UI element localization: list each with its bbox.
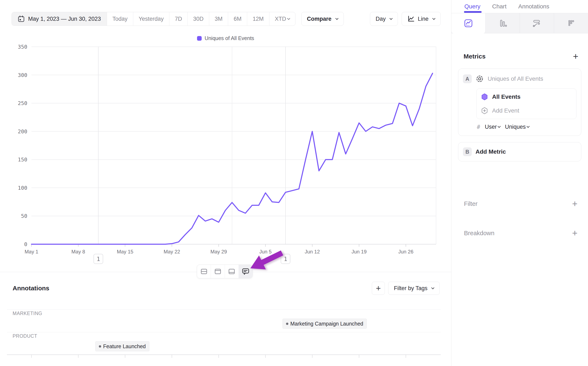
annotation-dot-icon xyxy=(99,345,101,348)
lane-divider xyxy=(7,309,441,310)
preset-3m[interactable]: 3M xyxy=(209,12,228,26)
svg-text:May 29: May 29 xyxy=(211,249,227,254)
event-card: All Events Add Event xyxy=(476,88,576,119)
chevron-down-icon xyxy=(432,16,436,20)
aggregation-row: # User Uniques xyxy=(477,124,576,130)
date-range-picker[interactable]: May 1, 2023 — Jun 30, 2023 xyxy=(12,12,107,26)
svg-text:200: 200 xyxy=(18,129,27,135)
view-tab-retention[interactable] xyxy=(554,13,588,33)
tab-chart[interactable]: Chart xyxy=(492,3,506,10)
filter-by-tags-dropdown[interactable]: Filter by Tags xyxy=(388,282,440,295)
report-main: 050100150200250300350May 1May 8May 15May… xyxy=(0,0,451,366)
svg-text:300: 300 xyxy=(18,72,27,78)
bar-chart-icon xyxy=(498,18,507,28)
annotations-actions: + Filter by Tags xyxy=(372,282,440,295)
metrics-header: Metrics + xyxy=(458,52,581,61)
date-range-group: May 1, 2023 — Jun 30, 2023 Today Yesterd… xyxy=(12,12,296,26)
metric-letter-badge: A xyxy=(463,74,472,83)
tab-query[interactable]: Query xyxy=(464,3,480,10)
svg-text:1: 1 xyxy=(96,256,100,262)
annotation-badge-label: Feature Launched xyxy=(103,343,146,350)
svg-text:50: 50 xyxy=(21,213,27,219)
lane-label-marketing: MARKETING xyxy=(13,311,42,316)
event-label: All Events xyxy=(492,93,520,100)
preset-today[interactable]: Today xyxy=(107,12,133,26)
add-event-label: Add Event xyxy=(492,107,519,114)
svg-text:100: 100 xyxy=(18,185,27,191)
agg-entity-label: User xyxy=(485,124,497,130)
preset-6m[interactable]: 6M xyxy=(228,12,247,26)
breakdown-label: Breakdown xyxy=(464,230,494,237)
sidebar-tabs: Query Chart Annotations xyxy=(451,0,588,13)
metric-settings-icon[interactable] xyxy=(476,75,484,83)
svg-text:150: 150 xyxy=(18,157,27,163)
agg-method-dropdown[interactable]: Uniques xyxy=(505,124,529,130)
layout-top-panel-button[interactable] xyxy=(211,265,225,278)
layout-bottom-panel-button[interactable] xyxy=(225,265,239,278)
layout-split-horizontal-icon xyxy=(200,267,208,276)
add-breakdown-plus-icon[interactable]: + xyxy=(572,229,578,238)
view-tab-bars[interactable] xyxy=(486,13,520,33)
svg-text:May 1: May 1 xyxy=(24,249,38,254)
granularity-dropdown[interactable]: Day xyxy=(370,12,398,26)
annotation-badge-product[interactable]: Feature Launched xyxy=(95,341,149,351)
svg-text:350: 350 xyxy=(18,44,27,50)
comment-icon xyxy=(241,267,250,276)
preset-yesterday[interactable]: Yesterday xyxy=(133,12,169,26)
svg-text:Jun 26: Jun 26 xyxy=(398,249,413,254)
chart-type-label: Line xyxy=(418,16,429,22)
add-metric-label: Add Metric xyxy=(476,148,506,155)
preset-xtd-dropdown[interactable]: XTD xyxy=(269,12,295,26)
preset-7d[interactable]: 7D xyxy=(169,12,188,26)
view-tab-flows[interactable] xyxy=(520,13,554,33)
chart-toolbar: May 1, 2023 — Jun 30, 2023 Today Yesterd… xyxy=(12,12,441,26)
chevron-down-icon xyxy=(390,16,393,20)
svg-text:Jun 12: Jun 12 xyxy=(305,249,320,254)
plus-icon: + xyxy=(376,284,381,292)
svg-text:May 22: May 22 xyxy=(164,249,180,254)
add-metric-plus-icon[interactable]: + xyxy=(573,52,578,61)
tab-annotations[interactable]: Annotations xyxy=(518,3,549,10)
line-chart-icon xyxy=(407,15,415,23)
layout-bottom-panel-icon xyxy=(227,267,236,276)
chart-type-dropdown[interactable]: Line xyxy=(402,12,441,26)
legend-label: Uniques of All Events xyxy=(205,35,254,41)
agg-entity-dropdown[interactable]: User xyxy=(485,124,500,130)
annotations-section: Annotations + Filter by Tags MARKETING M… xyxy=(0,272,451,366)
annotation-badge-marketing[interactable]: Marketing Campaign Launched xyxy=(282,319,367,329)
preset-30d[interactable]: 30D xyxy=(187,12,209,26)
compare-button[interactable]: Compare xyxy=(301,12,344,26)
metric-a-row: A Uniques of All Events xyxy=(463,73,576,85)
layout-toolbar xyxy=(197,265,253,278)
chart-legend[interactable]: Uniques of All Events xyxy=(0,35,451,41)
metric-card-b-add[interactable]: B Add Metric xyxy=(458,142,581,161)
add-filter-plus-icon[interactable]: + xyxy=(572,199,578,208)
hash-icon: # xyxy=(477,124,480,130)
metrics-title: Metrics xyxy=(463,53,486,60)
metric-name: Uniques of All Events xyxy=(488,76,543,82)
breakdown-row: Breakdown + xyxy=(458,229,581,238)
add-annotation-button[interactable]: + xyxy=(372,282,385,295)
annotations-timeline-axis xyxy=(0,354,451,359)
add-event-hexagon-icon xyxy=(481,107,488,114)
annotations-header: Annotations + Filter by Tags xyxy=(13,282,440,295)
view-tab-insights[interactable] xyxy=(451,13,486,33)
chart-display-controls: Day Line xyxy=(370,12,441,26)
layout-split-horizontal-button[interactable] xyxy=(197,265,211,278)
agg-method-label: Uniques xyxy=(505,124,526,130)
date-range-label: May 1, 2023 — Jun 30, 2023 xyxy=(28,16,101,22)
annotations-title: Annotations xyxy=(13,285,49,292)
event-row-all-events[interactable]: All Events xyxy=(481,90,572,104)
annotation-badge-label: Marketing Campaign Launched xyxy=(290,321,363,327)
compare-label: Compare xyxy=(307,16,332,22)
dots-grid-icon xyxy=(566,18,576,28)
svg-text:Jun 19: Jun 19 xyxy=(352,249,367,254)
preset-12m[interactable]: 12M xyxy=(247,12,269,26)
annotation-count-badge[interactable]: 1 xyxy=(94,254,103,264)
insights-chart-icon xyxy=(463,18,473,28)
filter-by-tags-label: Filter by Tags xyxy=(394,285,427,292)
event-row-add-event[interactable]: Add Event xyxy=(481,104,572,118)
chevron-down-icon xyxy=(498,125,501,128)
svg-text:May 15: May 15 xyxy=(117,249,133,254)
metric-card-a[interactable]: A Uniques of All Events All Events xyxy=(458,69,581,136)
